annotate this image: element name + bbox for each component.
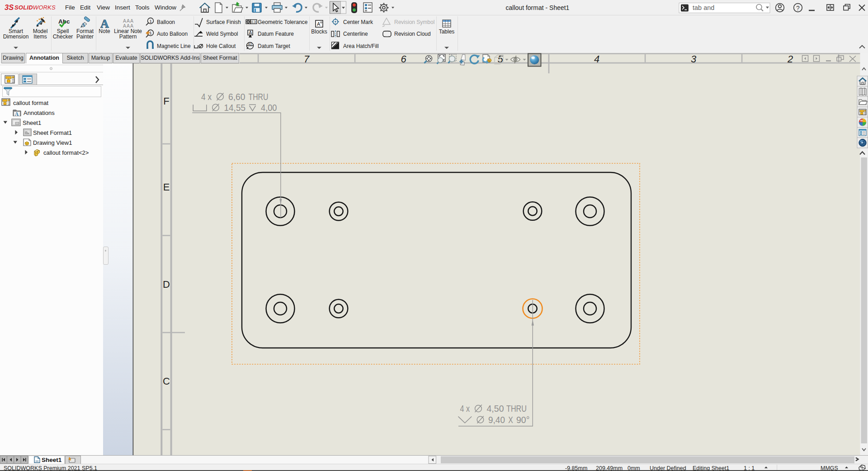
svg-text:Sheet1: Sheet1 (42, 457, 62, 463)
svg-text:90°: 90° (516, 414, 530, 425)
svg-text:3S: 3S (5, 3, 14, 11)
svg-text:0.3: 0.3 (251, 20, 256, 24)
svg-text:14,55: 14,55 (224, 102, 246, 113)
svg-text:AAA: AAA (123, 23, 134, 29)
svg-text:A: A (249, 30, 252, 35)
svg-text:4: 4 (594, 53, 599, 65)
svg-text:tab and: tab and (693, 4, 714, 11)
svg-text:A: A (317, 21, 321, 27)
svg-text:9,40: 9,40 (488, 414, 505, 425)
svg-text:THRU: THRU (249, 91, 269, 102)
svg-text:A: A (15, 111, 19, 117)
svg-text:D: D (163, 279, 170, 290)
svg-text:C: C (163, 376, 170, 387)
svg-text:4 x: 4 x (201, 91, 212, 102)
svg-text:2: 2 (787, 53, 793, 65)
svg-text:3: 3 (691, 53, 697, 65)
svg-text:SOLIDWORKS: SOLIDWORKS (14, 4, 56, 11)
svg-text:THRU: THRU (506, 403, 527, 414)
svg-text:A: A (100, 17, 109, 30)
svg-text:6: 6 (401, 53, 406, 65)
svg-text:4,00: 4,00 (261, 102, 277, 113)
svg-text:F: F (163, 95, 169, 107)
svg-text:1: 1 (150, 19, 152, 24)
svg-text:?: ? (796, 5, 800, 12)
svg-text:A: A (81, 21, 85, 28)
svg-text:A1: A1 (248, 43, 252, 46)
svg-text:4,50: 4,50 (487, 403, 504, 414)
svg-text:6,60: 6,60 (228, 91, 245, 102)
svg-text:7: 7 (304, 53, 310, 65)
svg-text:1: 1 (150, 30, 152, 35)
svg-text:4 x: 4 x (460, 403, 470, 414)
svg-text:E: E (163, 181, 170, 193)
svg-text:X: X (508, 414, 513, 425)
